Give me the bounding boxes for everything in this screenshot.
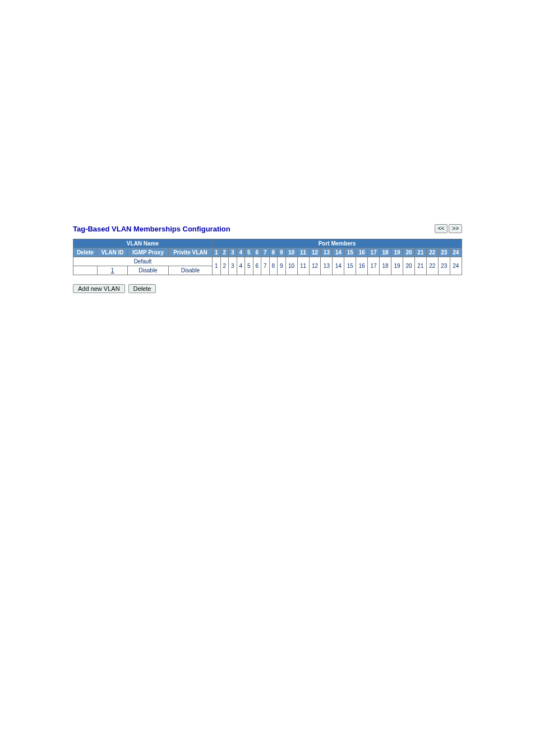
vlan-table: VLAN Name Port Members Delete VLAN ID IG… <box>73 239 462 275</box>
port-member-13: 13 <box>321 257 333 275</box>
port-header-17: 17 <box>368 248 380 257</box>
header-port-members-group: Port Members <box>212 239 462 248</box>
port-header-24: 24 <box>450 248 462 257</box>
header-vlan-id: VLAN ID <box>97 248 127 257</box>
port-header-22: 22 <box>426 248 438 257</box>
page-title: Tag-Based VLAN Memberships Configuration <box>73 225 230 233</box>
port-member-23: 23 <box>438 257 450 275</box>
port-header-23: 23 <box>438 248 450 257</box>
port-member-6: 6 <box>253 257 261 275</box>
vlan-id-link[interactable]: 1 <box>111 267 114 273</box>
port-header-11: 11 <box>297 248 309 257</box>
port-header-1: 1 <box>212 248 220 257</box>
port-member-2: 2 <box>220 257 229 275</box>
port-header-2: 2 <box>220 248 229 257</box>
port-member-5: 5 <box>245 257 253 275</box>
header-igmp-proxy: IGMP Proxy <box>128 248 169 257</box>
private-vlan-cell: Disable <box>168 266 212 275</box>
port-header-19: 19 <box>391 248 403 257</box>
delete-button[interactable]: Delete <box>128 284 156 293</box>
add-new-vlan-button[interactable]: Add new VLAN <box>73 284 125 293</box>
port-member-10: 10 <box>285 257 297 275</box>
port-header-3: 3 <box>229 248 237 257</box>
vlan-name-cell: Default <box>73 257 213 266</box>
port-header-20: 20 <box>403 248 415 257</box>
port-member-20: 20 <box>403 257 415 275</box>
port-header-10: 10 <box>285 248 297 257</box>
port-header-21: 21 <box>414 248 426 257</box>
port-member-17: 17 <box>368 257 380 275</box>
delete-cell[interactable] <box>73 266 98 275</box>
prev-button[interactable]: << <box>435 224 448 233</box>
port-member-16: 16 <box>356 257 368 275</box>
port-header-6: 6 <box>253 248 261 257</box>
vlan-id-cell[interactable]: 1 <box>97 266 127 275</box>
bottom-button-group: Add new VLAN Delete <box>73 284 462 293</box>
port-header-13: 13 <box>321 248 333 257</box>
port-header-8: 8 <box>269 248 278 257</box>
nav-button-group: << >> <box>435 224 462 233</box>
port-member-3: 3 <box>229 257 237 275</box>
port-header-16: 16 <box>356 248 368 257</box>
port-header-12: 12 <box>309 248 321 257</box>
port-header-15: 15 <box>344 248 356 257</box>
igmp-proxy-cell: Disable <box>128 266 169 275</box>
port-member-15: 15 <box>344 257 356 275</box>
port-header-5: 5 <box>245 248 253 257</box>
port-member-11: 11 <box>297 257 309 275</box>
port-member-21: 21 <box>414 257 426 275</box>
header-delete: Delete <box>73 248 98 257</box>
port-member-14: 14 <box>333 257 344 275</box>
port-member-12: 12 <box>309 257 321 275</box>
port-header-18: 18 <box>380 248 391 257</box>
port-header-4: 4 <box>237 248 245 257</box>
header-vlan-name-group: VLAN Name <box>73 239 213 248</box>
port-member-18: 18 <box>380 257 391 275</box>
port-header-9: 9 <box>278 248 286 257</box>
port-member-9: 9 <box>278 257 286 275</box>
port-member-7: 7 <box>261 257 270 275</box>
header-private-vlan: Privite VLAN <box>168 248 212 257</box>
port-member-8: 8 <box>269 257 278 275</box>
port-member-24: 24 <box>450 257 462 275</box>
next-button[interactable]: >> <box>449 224 462 233</box>
port-header-14: 14 <box>333 248 344 257</box>
port-member-1: 1 <box>212 257 220 275</box>
port-header-7: 7 <box>261 248 270 257</box>
port-member-19: 19 <box>391 257 403 275</box>
port-member-22: 22 <box>426 257 438 275</box>
port-member-4: 4 <box>237 257 245 275</box>
